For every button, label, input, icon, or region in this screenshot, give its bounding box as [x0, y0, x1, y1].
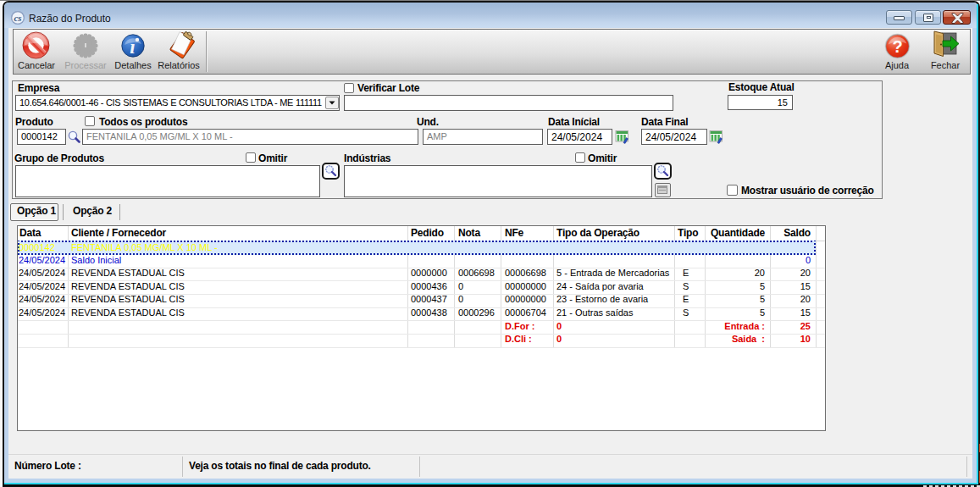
svg-text:ı: ı	[130, 36, 135, 58]
svg-text:?: ?	[892, 37, 902, 56]
svg-text:cs: cs	[14, 13, 21, 23]
